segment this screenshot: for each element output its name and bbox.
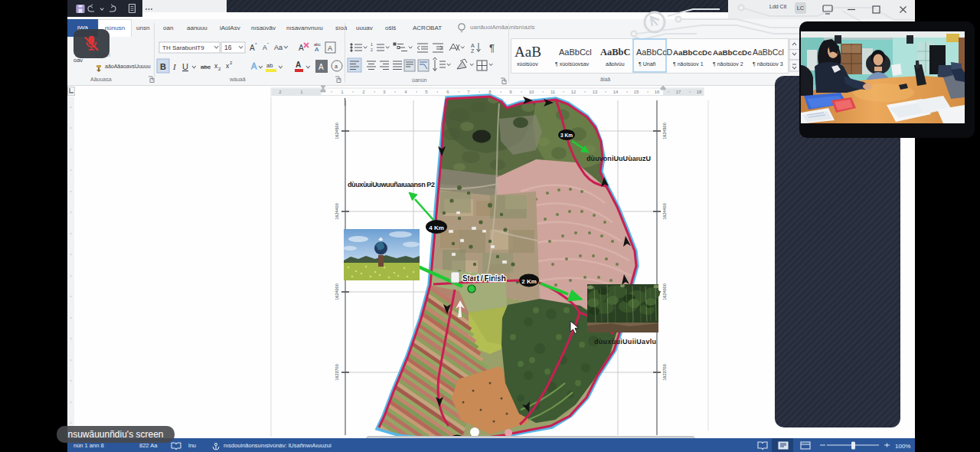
svg-text:16: 16 (224, 44, 232, 51)
svg-text:2 Km: 2 Km (521, 278, 537, 285)
svg-text:Aa: Aa (274, 44, 283, 51)
svg-text:AaBbC: AaBbC (600, 47, 631, 57)
svg-text:¶ năoisùov 3: ¶ năoisùov 3 (753, 61, 783, 67)
svg-text:A: A (328, 44, 332, 52)
svg-text:AaBbCcl: AaBbCcl (753, 47, 784, 57)
svg-text:abc: abc (201, 64, 211, 70)
svg-text:AaBbCcDc: AaBbCcDc (673, 48, 712, 57)
svg-text:dùuvoniUuUùaıuzU: dùuvoniUuUùaıuzU (586, 155, 651, 162)
svg-text:1623700: 1623700 (335, 364, 339, 380)
svg-text:A: A (299, 44, 304, 52)
svg-text:Start / Finish: Start / Finish (462, 273, 506, 283)
svg-text:xùoisùov: xùoisùov (517, 61, 538, 67)
svg-text:Z: Z (471, 48, 475, 54)
svg-text:100%: 100% (895, 443, 910, 450)
svg-text:3 Km: 3 Km (560, 133, 573, 138)
svg-text:U: U (182, 62, 188, 71)
svg-text:dùuxùuiUuwuuñaıuaansn P2: dùuxùuiUuwuuñaıuaansn P2 (348, 181, 435, 188)
svg-text:AaB: AaB (514, 44, 541, 60)
svg-text:2: 2 (230, 61, 233, 65)
svg-text:A: A (251, 61, 257, 70)
svg-text:4 Km: 4 Km (429, 224, 444, 231)
svg-text:¶ năoisùov 2: ¶ năoisùov 2 (713, 61, 743, 67)
svg-text:B: B (160, 62, 166, 71)
svg-text:¶ Unañ: ¶ Unañ (639, 61, 656, 67)
svg-text:A: A (315, 46, 319, 53)
svg-text:A: A (318, 63, 324, 71)
svg-text:aăoivùu: aăoivùu (606, 61, 625, 67)
svg-text:1624000: 1624000 (662, 283, 667, 300)
svg-text:1624400: 1624400 (335, 203, 339, 219)
svg-text:A: A (296, 61, 301, 69)
svg-text:TH SarabunIT9: TH SarabunIT9 (162, 44, 204, 51)
svg-text:A: A (471, 43, 475, 48)
svg-text:a: a (335, 64, 338, 69)
svg-text:1624000: 1624000 (335, 283, 339, 300)
svg-text:AaBbCcD: AaBbCcD (636, 47, 673, 57)
svg-text:ab: ab (266, 62, 273, 69)
svg-text:^: ^ (255, 42, 257, 47)
svg-text:2: 2 (371, 47, 373, 52)
svg-text:¶ năoisùov 1: ¶ năoisùov 1 (673, 61, 704, 67)
svg-text:AaBbCcDc: AaBbCcDc (713, 48, 752, 57)
svg-text:1: 1 (371, 42, 373, 47)
svg-text:dùuxùuiUuiiUavlu: dùuxùuiUuiiUavlu (594, 338, 656, 346)
svg-text:1624400: 1624400 (662, 203, 667, 219)
svg-text:1623700: 1623700 (662, 364, 667, 380)
svg-text:ˇ: ˇ (267, 42, 269, 47)
svg-text:2: 2 (218, 67, 221, 71)
svg-text:1624500: 1624500 (335, 123, 339, 139)
svg-text:1624500: 1624500 (662, 123, 667, 139)
svg-text:I: I (172, 62, 177, 71)
svg-text:A: A (250, 44, 255, 52)
svg-text:¶ xùoisùovsav: ¶ xùoisùovsav (555, 61, 590, 67)
svg-text:¶: ¶ (489, 42, 495, 54)
svg-text:AaBbCcl: AaBbCcl (559, 47, 592, 57)
